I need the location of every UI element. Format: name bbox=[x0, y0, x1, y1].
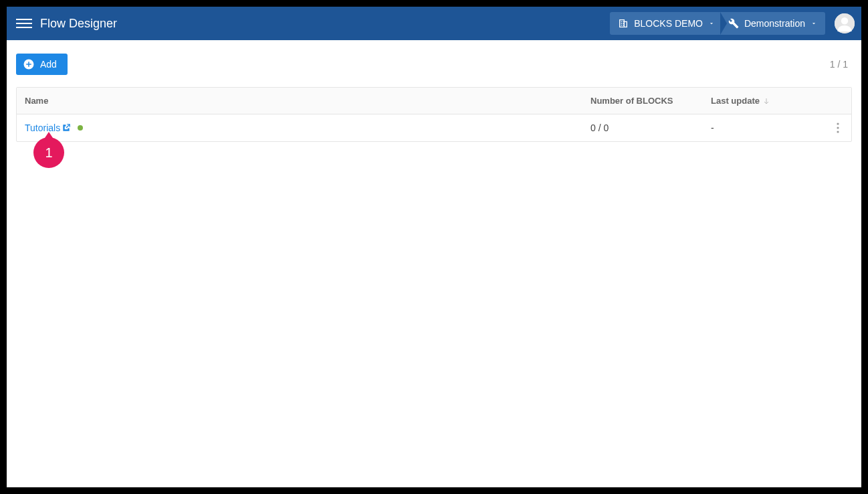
svg-point-5 bbox=[837, 131, 839, 133]
table-row: Tutorials 0 / 0 - bbox=[17, 114, 851, 141]
col-header-updated-label: Last update bbox=[711, 96, 760, 106]
add-button-label: Add bbox=[40, 59, 57, 70]
svg-point-1 bbox=[841, 17, 849, 25]
toolbar: Add 1 / 1 bbox=[7, 40, 861, 79]
col-header-blocks[interactable]: Number of BLOCKS bbox=[590, 96, 711, 106]
wrench-icon bbox=[728, 18, 739, 29]
kebab-icon bbox=[837, 122, 839, 133]
avatar[interactable] bbox=[835, 13, 855, 33]
cell-updated: - bbox=[711, 122, 825, 133]
table-header: Name Number of BLOCKS Last update bbox=[17, 88, 851, 114]
user-icon bbox=[835, 13, 855, 33]
cell-name: Tutorials bbox=[17, 122, 590, 133]
sort-desc-icon bbox=[762, 97, 770, 105]
app-title: Flow Designer bbox=[40, 17, 117, 31]
breadcrumb: BLOCKS DEMO Demonstration bbox=[610, 12, 825, 35]
svg-point-3 bbox=[837, 122, 839, 125]
plus-circle-icon bbox=[23, 58, 35, 70]
flow-table: Name Number of BLOCKS Last update Tutori… bbox=[16, 87, 852, 142]
cell-actions bbox=[825, 120, 851, 136]
breadcrumb-project-label: Demonstration bbox=[744, 18, 805, 29]
external-link-icon bbox=[62, 123, 71, 133]
add-button[interactable]: Add bbox=[16, 54, 68, 75]
breadcrumb-org[interactable]: BLOCKS DEMO bbox=[610, 12, 720, 35]
chevron-down-icon bbox=[810, 20, 817, 27]
chevron-down-icon bbox=[708, 20, 715, 27]
page-counter: 1 / 1 bbox=[830, 59, 852, 70]
callout-number: 1 bbox=[45, 145, 52, 161]
status-dot bbox=[78, 125, 83, 131]
app-header: Flow Designer BLOCKS DEMO Demonstration bbox=[7, 7, 861, 40]
svg-point-4 bbox=[837, 127, 839, 129]
callout-pin-1: 1 bbox=[33, 137, 64, 168]
cell-blocks: 0 / 0 bbox=[590, 122, 711, 133]
breadcrumb-project[interactable]: Demonstration bbox=[720, 12, 825, 35]
breadcrumb-org-label: BLOCKS DEMO bbox=[634, 18, 703, 29]
col-header-updated[interactable]: Last update bbox=[711, 96, 825, 106]
flow-link-label: Tutorials bbox=[25, 122, 60, 133]
building-icon bbox=[618, 18, 629, 29]
app-frame: Flow Designer BLOCKS DEMO Demonstration bbox=[7, 7, 861, 487]
menu-icon[interactable] bbox=[16, 15, 32, 31]
row-menu-button[interactable] bbox=[830, 120, 846, 136]
col-header-name[interactable]: Name bbox=[17, 96, 590, 106]
